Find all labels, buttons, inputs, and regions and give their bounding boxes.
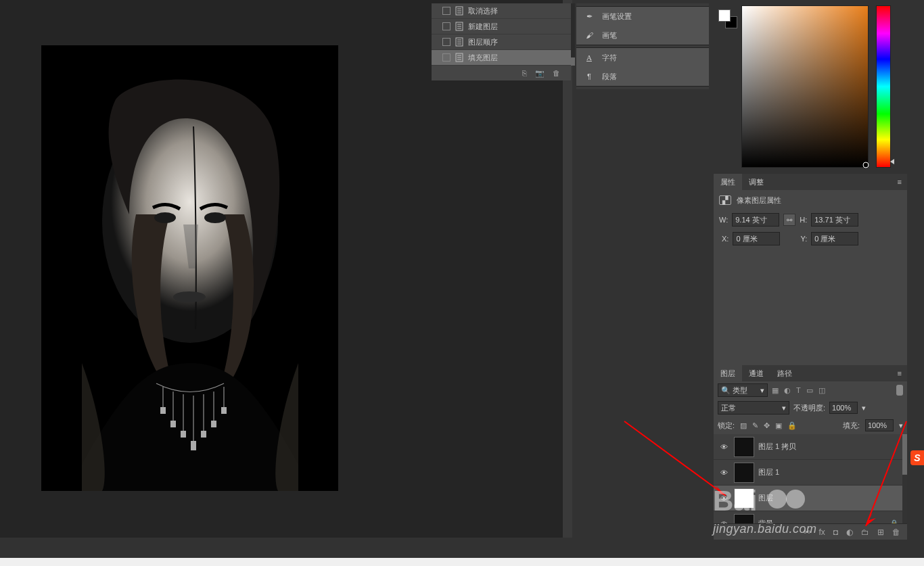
link-icon[interactable]: ⚯ (783, 214, 795, 226)
layer-name[interactable]: 图层 1 (758, 467, 779, 477)
opacity-input[interactable] (829, 402, 858, 414)
layer-filter-select[interactable]: 🔍 类型▾ (718, 383, 768, 397)
panel-label: 画笔设置 (602, 11, 632, 22)
taskbar-strip (0, 558, 924, 566)
lock-artboard-icon[interactable]: ▣ (775, 421, 782, 430)
portrait-image (41, 45, 338, 491)
color-field[interactable] (741, 5, 869, 168)
tab-paths[interactable]: 路径 (770, 365, 799, 381)
lock-pixels-icon[interactable]: ✎ (752, 421, 758, 430)
fx-icon[interactable]: fx (818, 527, 825, 537)
filter-pixel-icon[interactable]: ▦ (772, 386, 779, 395)
tab-properties[interactable]: 属性 (714, 174, 742, 190)
chevron-down-icon: ▾ (760, 386, 764, 395)
panel-brush[interactable]: 🖌 画笔 (576, 26, 709, 45)
panel-label: 画笔 (602, 30, 617, 41)
filter-adjustment-icon[interactable]: ◐ (784, 386, 791, 395)
trash-icon[interactable]: 🗑 (892, 527, 900, 537)
mask-icon[interactable]: ◘ (833, 527, 838, 537)
history-item[interactable]: 图层顺序 (432, 34, 571, 50)
lock-position-icon[interactable]: ✥ (764, 421, 770, 430)
panel-paragraph[interactable]: ¶ 段落 (576, 67, 709, 86)
panel-brush-settings[interactable]: ✒ 画笔设置 (576, 7, 709, 26)
paragraph-icon: ¶ (583, 72, 595, 80)
sogou-ime-badge[interactable]: S (910, 450, 924, 465)
width-input[interactable] (732, 213, 779, 227)
svg-point-35 (786, 490, 805, 509)
filter-toggle[interactable] (896, 385, 903, 396)
lock-icon: 🔒 (890, 519, 899, 523)
panel-menu-icon[interactable]: ≡ (898, 178, 902, 186)
filter-smart-icon[interactable]: ◫ (818, 386, 825, 395)
history-item[interactable]: 取消选择 (432, 3, 571, 19)
properties-panel: 属性 调整 ≡ ▞ 像素图层属性 W: ⚯ H: X: Y: (714, 174, 907, 383)
create-document-icon[interactable]: ⎘ (522, 69, 527, 77)
svg-point-34 (768, 490, 787, 509)
document-icon (455, 6, 464, 16)
tab-adjustments[interactable]: 调整 (742, 174, 770, 190)
layer-thumbnail[interactable] (734, 463, 754, 483)
layer-name[interactable]: 图层 1 拷贝 (758, 442, 796, 452)
history-item-active[interactable]: 填充图层 (432, 50, 571, 66)
baidu-logo-watermark: Bai (713, 480, 848, 521)
blend-mode-select[interactable]: 正常▾ (718, 401, 789, 415)
history-label: 新建图层 (468, 22, 498, 32)
color-picker-ring (862, 162, 869, 168)
foreground-swatch[interactable] (718, 9, 731, 22)
filter-type-icon[interactable]: T (796, 386, 801, 395)
chevron-down-icon[interactable]: ▾ (899, 421, 903, 430)
w-label: W: (719, 216, 728, 224)
y-label: Y: (800, 235, 807, 243)
layer-item[interactable]: 👁 图层 1 拷贝 (714, 434, 907, 460)
visibility-icon[interactable]: 👁 (718, 469, 730, 477)
x-input[interactable] (733, 232, 780, 245)
document-icon (455, 22, 464, 31)
history-item[interactable]: 新建图层 (432, 19, 571, 34)
panel-label: 段落 (602, 72, 617, 82)
fill-input[interactable] (865, 419, 894, 431)
history-panel: 取消选择 新建图层 图层顺序 填充图层 ⎘ 📷 🗑 (432, 3, 571, 80)
svg-line-29 (624, 421, 726, 496)
filter-shape-icon[interactable]: ▭ (806, 386, 813, 395)
panel-menu-icon[interactable]: ≡ (898, 369, 902, 377)
chevron-down-icon[interactable]: ▾ (862, 404, 866, 412)
layers-scrollbar[interactable] (902, 434, 907, 523)
layers-tabs: 图层 通道 路径 ≡ (714, 365, 907, 381)
properties-title: 像素图层属性 (737, 195, 781, 206)
history-toolbar: ⎘ 📷 🗑 (432, 66, 571, 80)
history-scrollbar[interactable] (571, 3, 575, 66)
svg-point-2 (154, 212, 176, 223)
tab-channels[interactable]: 通道 (742, 365, 770, 381)
svg-point-3 (204, 212, 226, 223)
color-swatches[interactable] (718, 9, 731, 22)
collapsed-panels: ✒ 画笔设置 🖌 画笔 A 字符 ¶ 段落 (576, 3, 709, 89)
lock-label: 锁定: (718, 421, 735, 431)
svg-point-4 (173, 291, 206, 302)
height-input[interactable] (811, 213, 858, 227)
tab-layers[interactable]: 图层 (714, 365, 742, 381)
document-icon (455, 53, 464, 62)
camera-icon[interactable]: 📷 (535, 69, 545, 78)
history-label: 取消选择 (468, 6, 498, 16)
visibility-icon[interactable]: 👁 (718, 443, 730, 451)
hue-slider[interactable] (876, 5, 891, 168)
group-icon[interactable]: 🗀 (861, 527, 869, 537)
trash-icon[interactable]: 🗑 (553, 69, 560, 77)
y-input[interactable] (811, 232, 858, 245)
watermark-text: jingyan.baidu.com (713, 522, 817, 536)
brush-icon: 🖌 (583, 31, 595, 39)
lock-transparency-icon[interactable]: ▨ (740, 421, 747, 430)
svg-point-28 (863, 162, 869, 168)
character-icon: A (583, 53, 595, 62)
hue-pointer-icon (890, 159, 894, 164)
adjustment-icon[interactable]: ◐ (846, 527, 853, 537)
document-canvas[interactable] (41, 45, 338, 491)
layer-thumbnail[interactable] (734, 437, 754, 457)
canvas-scrollbar[interactable] (563, 0, 572, 538)
lock-all-icon[interactable]: 🔒 (787, 421, 797, 430)
new-layer-icon[interactable]: ⊞ (877, 527, 884, 537)
checkbox-icon (442, 22, 451, 30)
svg-text:Bai: Bai (713, 485, 757, 517)
x-label: X: (722, 235, 729, 243)
panel-character[interactable]: A 字符 (576, 48, 709, 67)
